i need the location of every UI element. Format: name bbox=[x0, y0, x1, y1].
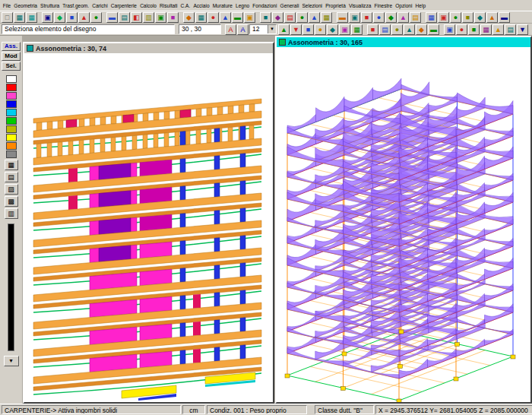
toolbar-secondary-pre-icon[interactable]: A bbox=[225, 24, 236, 35]
toolbar-main-icon[interactable]: ▦ bbox=[26, 12, 37, 23]
toolbar-secondary-post-icon[interactable]: ● bbox=[391, 24, 403, 35]
viewport-right-titlebar[interactable]: Assonometria : 30, 165 bbox=[277, 37, 530, 47]
toolbar-secondary-post-icon[interactable]: ◆ bbox=[416, 24, 427, 35]
pattern-button[interactable]: ▩ bbox=[5, 196, 18, 207]
toolbar-main-icon[interactable]: ▲ bbox=[78, 12, 90, 23]
palette-swatch[interactable] bbox=[6, 117, 17, 125]
toolbar-main-icon[interactable]: ▦ bbox=[426, 12, 437, 23]
menu-item-legno[interactable]: Legno bbox=[234, 1, 251, 11]
menu-item-carpenterie[interactable]: Carpenterie bbox=[109, 1, 138, 11]
toolbar-main-icon[interactable]: □ bbox=[2, 12, 13, 23]
viewport-right-client[interactable] bbox=[277, 47, 530, 402]
toolbar-main-icon[interactable]: ◆ bbox=[54, 12, 65, 23]
palette-swatch[interactable] bbox=[6, 109, 17, 116]
toolbar-main-icon[interactable]: ▣ bbox=[244, 12, 255, 23]
toolbar-main-icon[interactable]: ▲ bbox=[397, 12, 409, 23]
toolbar-main-icon[interactable]: ▲ bbox=[220, 12, 231, 23]
palette-swatch[interactable] bbox=[6, 92, 17, 100]
chevron-down-icon[interactable]: ▼ bbox=[268, 25, 276, 33]
palette-swatch[interactable] bbox=[6, 125, 17, 133]
toolbar-secondary-post-icon[interactable]: ▬ bbox=[428, 24, 439, 35]
menu-item-murature[interactable]: Murature bbox=[211, 1, 234, 11]
toolbar-main-icon[interactable]: ▬ bbox=[106, 12, 118, 23]
palette-swatch[interactable] bbox=[6, 100, 17, 108]
toolbar-secondary-post-icon[interactable]: ▣ bbox=[339, 24, 350, 35]
viewport-left-client[interactable] bbox=[24, 53, 273, 402]
pattern-button[interactable]: ▥ bbox=[5, 208, 18, 219]
toolbar-secondary-post-icon[interactable]: ■ bbox=[367, 24, 378, 35]
menu-item-generali[interactable]: Generali bbox=[279, 1, 301, 11]
toolbar-secondary-post-icon[interactable]: ▲ bbox=[278, 24, 290, 35]
toolbar-secondary-post-icon[interactable]: ▤ bbox=[505, 24, 516, 35]
toolbar-main-icon[interactable]: ▣ bbox=[42, 12, 53, 23]
menu-item-opzioni[interactable]: Opzioni bbox=[394, 1, 413, 11]
menu-item-fondazioni[interactable]: Fondazioni bbox=[251, 1, 278, 11]
toolbar-main-icon[interactable]: ▬ bbox=[337, 12, 348, 23]
palette-swatch[interactable] bbox=[6, 142, 17, 150]
toolbar-main-icon[interactable]: ◆ bbox=[183, 12, 195, 23]
menu-item-acciaio[interactable]: Acciaio bbox=[192, 1, 211, 11]
toolbar-main-icon[interactable]: ● bbox=[207, 12, 219, 23]
toolbar-secondary-post-icon[interactable]: ▦ bbox=[351, 24, 363, 35]
toolbar-main-icon[interactable]: ▥ bbox=[143, 12, 154, 23]
zoom-slider[interactable] bbox=[8, 223, 14, 351]
menu-item-visualizza[interactable]: Visualizza bbox=[347, 1, 373, 11]
toolbar-main-icon[interactable]: ■ bbox=[167, 12, 179, 23]
toolbar-main-icon[interactable]: ▦ bbox=[195, 12, 207, 23]
toolbar-main-icon[interactable]: ▣ bbox=[155, 12, 166, 23]
mode-button-mod[interactable]: Mod bbox=[2, 52, 21, 61]
toolbar-secondary-post-icon[interactable]: ▤ bbox=[379, 24, 391, 35]
menu-item-help[interactable]: Help bbox=[414, 1, 428, 11]
toolbar-secondary-post-icon[interactable]: ■ bbox=[468, 24, 480, 35]
toolbar-main-icon[interactable]: ● bbox=[90, 12, 102, 23]
menu-item-calcolo[interactable]: Calcolo bbox=[138, 1, 158, 11]
font-size-select[interactable]: 12 ▼ bbox=[249, 24, 277, 34]
menu-item-finestre[interactable]: Finestre bbox=[372, 1, 394, 11]
toolbar-secondary-post-icon[interactable]: ▣ bbox=[444, 24, 455, 35]
palette-swatch[interactable] bbox=[6, 75, 17, 83]
toolbar-main-icon[interactable]: ▦ bbox=[321, 12, 332, 23]
menu-item-trasf-geom-[interactable]: Trasf.geom. bbox=[61, 1, 90, 11]
toolbar-main-icon[interactable]: ■ bbox=[260, 12, 271, 23]
toolbar-main-icon[interactable]: ▬ bbox=[232, 12, 243, 23]
toolbar-main-icon[interactable]: ● bbox=[450, 12, 461, 23]
toolbar-main-icon[interactable]: ▲ bbox=[486, 12, 498, 23]
toolbar-secondary-post-icon[interactable]: ● bbox=[456, 24, 467, 35]
palette-swatch[interactable] bbox=[6, 84, 17, 91]
sidebar-bottom-button[interactable]: ▾ bbox=[4, 356, 19, 366]
toolbar-main-icon[interactable]: ▣ bbox=[438, 12, 449, 23]
toolbar-main-icon[interactable]: ▲ bbox=[309, 12, 320, 23]
toolbar-main-icon[interactable]: ◆ bbox=[385, 12, 397, 23]
menu-item-risultati[interactable]: Risultati bbox=[158, 1, 179, 11]
model-canvas-moments[interactable] bbox=[277, 47, 530, 402]
toolbar-secondary-post-icon[interactable]: ● bbox=[315, 24, 326, 35]
menu-item-file[interactable]: File bbox=[2, 1, 13, 11]
palette-swatch[interactable] bbox=[6, 134, 17, 141]
pattern-button[interactable]: ▦ bbox=[5, 160, 18, 170]
toolbar-main-icon[interactable]: ● bbox=[296, 12, 308, 23]
menu-item-carichi[interactable]: Carichi bbox=[90, 1, 109, 11]
toolbar-main-icon[interactable]: ▤ bbox=[119, 12, 130, 23]
toolbar-main-icon[interactable]: ◧ bbox=[131, 12, 142, 23]
palette-swatch[interactable] bbox=[6, 150, 17, 158]
toolbar-secondary-post-icon[interactable]: ▦ bbox=[480, 24, 492, 35]
model-canvas-solid[interactable] bbox=[24, 53, 273, 402]
toolbar-secondary-post-icon[interactable]: ▼ bbox=[517, 24, 528, 35]
menu-item-propriet-[interactable]: Proprietà bbox=[324, 1, 347, 11]
toolbar-secondary-pre-icon[interactable]: A bbox=[237, 24, 249, 35]
toolbar-main-icon[interactable]: ◆ bbox=[272, 12, 283, 23]
toolbar-main-icon[interactable]: ■ bbox=[462, 12, 473, 23]
mode-button-ass[interactable]: Ass. bbox=[2, 42, 21, 51]
pattern-button[interactable]: ▨ bbox=[5, 184, 18, 195]
toolbar-main-icon[interactable]: ▤ bbox=[410, 12, 421, 23]
menu-item-struttura[interactable]: Struttura bbox=[39, 1, 61, 11]
toolbar-secondary-post-icon[interactable]: ■ bbox=[302, 24, 314, 35]
viewport-left-titlebar[interactable]: Assonometria : 30, 74 bbox=[24, 43, 273, 53]
toolbar-main-icon[interactable]: ▬ bbox=[499, 12, 510, 23]
toolbar-main-icon[interactable]: ▤ bbox=[284, 12, 296, 23]
toolbar-main-icon[interactable]: ■ bbox=[66, 12, 78, 23]
toolbar-main-icon[interactable]: ■ bbox=[361, 12, 372, 23]
toolbar-main-icon[interactable]: ● bbox=[373, 12, 385, 23]
toolbar-secondary-post-icon[interactable]: ▼ bbox=[290, 24, 302, 35]
toolbar-secondary-post-icon[interactable]: ▲ bbox=[404, 24, 415, 35]
